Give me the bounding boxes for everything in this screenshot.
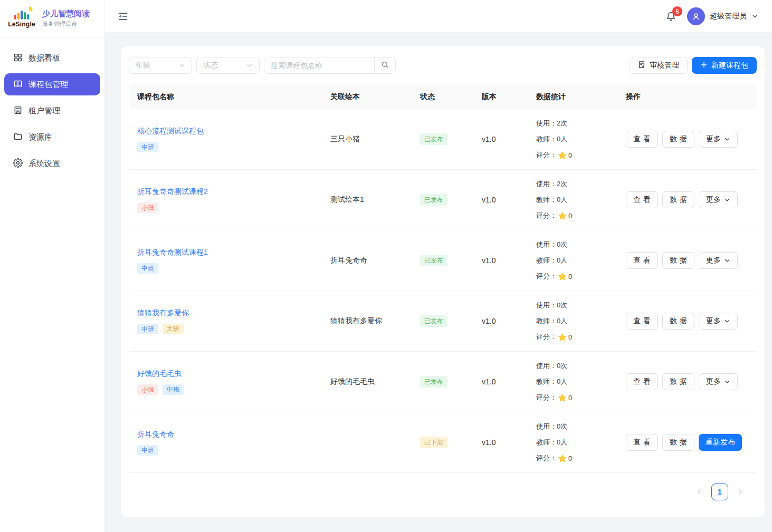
chevron-down-icon xyxy=(724,318,730,324)
rating-value: 0 xyxy=(568,212,572,220)
gear-icon xyxy=(13,158,23,169)
data-button[interactable]: 数据 xyxy=(662,131,694,148)
more-button[interactable]: 更多 xyxy=(699,191,738,208)
package-name-link[interactable]: 核心流程测试课程包 xyxy=(137,127,204,136)
sidebar-item-settings[interactable]: 系统设置 xyxy=(4,152,100,175)
grade-tag: 中班 xyxy=(137,263,158,274)
data-button[interactable]: 数据 xyxy=(662,313,694,330)
status-badge: 已发布 xyxy=(420,255,447,266)
column-header-actions: 操作 xyxy=(617,92,757,102)
star-icon xyxy=(558,211,567,220)
column-header-stats: 数据统计 xyxy=(528,92,617,102)
package-name-link[interactable]: 折耳兔奇奇测试课程1 xyxy=(137,248,208,257)
chevron-down-icon xyxy=(724,136,730,142)
view-button[interactable]: 查看 xyxy=(626,131,658,148)
main-area: 5 超级管理员 年级 xyxy=(105,0,772,532)
search-icon xyxy=(381,61,389,70)
search-box xyxy=(264,57,396,74)
teacher-count: 0人 xyxy=(557,256,567,265)
status-badge: 已发布 xyxy=(420,133,447,145)
more-button[interactable]: 更多 xyxy=(699,373,738,390)
sidebar-item-label: 资源库 xyxy=(28,132,52,142)
logo-leaf-icon xyxy=(28,6,33,12)
version-text: v1.0 xyxy=(482,317,495,325)
teacher-count: 0人 xyxy=(557,377,567,386)
page-number-button[interactable]: 1 xyxy=(711,483,728,500)
data-button[interactable]: 数据 xyxy=(662,434,694,451)
sidebar-item-resources[interactable]: 资源库 xyxy=(4,126,100,148)
status-filter-select[interactable]: 状态 xyxy=(196,57,260,74)
pagination: 1 xyxy=(129,473,757,500)
sidebar-item-dashboard[interactable]: 数据看板 xyxy=(4,47,100,69)
search-button[interactable] xyxy=(374,57,395,73)
column-header-status: 状态 xyxy=(412,92,473,102)
column-header-name: 课程包名称 xyxy=(129,92,322,102)
content-area: 年级 状态 xyxy=(105,33,772,532)
package-name-link[interactable]: 猜猜我有多爱你 xyxy=(137,308,189,318)
view-button[interactable]: 查看 xyxy=(626,191,658,208)
package-name-link[interactable]: 好饿的毛毛虫 xyxy=(137,369,182,379)
package-name-link[interactable]: 折耳兔奇奇测试课程2 xyxy=(137,187,208,197)
more-button[interactable]: 更多 xyxy=(699,313,738,330)
chevron-down-icon xyxy=(724,257,730,264)
star-icon xyxy=(558,333,567,342)
rating-value: 0 xyxy=(568,151,572,159)
table-row: 折耳兔奇奇测试课程1 中班 折耳兔奇奇 已发布 v1.0 使用：0次 教师：0人… xyxy=(129,230,757,291)
status-filter-placeholder: 状态 xyxy=(203,61,218,70)
app-subtitle: 服务管理后台 xyxy=(42,20,90,28)
package-name-link[interactable]: 折耳兔奇奇 xyxy=(137,430,174,439)
republish-button[interactable]: 重新发布 xyxy=(699,434,742,451)
table-row: 好饿的毛毛虫 小班 中班 好饿的毛毛虫 已发布 v1.0 使用：0次 教师：0人 xyxy=(129,352,757,412)
sidebar: LeSingle 少儿智慧阅读 服务管理后台 数据看板 课程包管理 xyxy=(0,0,105,532)
sidebar-item-tenants[interactable]: 租户管理 xyxy=(4,100,100,122)
app-title: 少儿智慧阅读 xyxy=(42,9,90,18)
menu-fold-icon[interactable] xyxy=(118,11,128,22)
table-row: 核心流程测试课程包 中班 三只小猪 已发布 v1.0 使用：2次 教师：0人 评… xyxy=(129,109,757,170)
data-button[interactable]: 数据 xyxy=(662,252,694,269)
rating-value: 0 xyxy=(568,333,572,341)
review-management-button[interactable]: 审核管理 xyxy=(630,57,688,74)
chevron-right-icon xyxy=(737,488,744,497)
grade-filter-select[interactable]: 年级 xyxy=(129,57,192,74)
data-button[interactable]: 数据 xyxy=(662,373,694,390)
course-package-table: 课程包名称 关联绘本 状态 版本 数据统计 操作 核心流程测试课程包 中班 三只 xyxy=(129,84,757,473)
more-button[interactable]: 更多 xyxy=(699,131,738,148)
teacher-count: 0人 xyxy=(557,316,567,326)
audit-icon xyxy=(638,61,646,70)
create-package-button[interactable]: 新建课程包 xyxy=(692,57,757,74)
version-text: v1.0 xyxy=(482,438,495,447)
chevron-down-icon xyxy=(724,197,730,203)
grade-tag: 中班 xyxy=(137,445,158,456)
grade-filter-placeholder: 年级 xyxy=(136,61,150,70)
sidebar-item-course-packages[interactable]: 课程包管理 xyxy=(4,73,100,95)
prev-page-button[interactable] xyxy=(695,488,703,497)
usage-count: 0次 xyxy=(557,361,567,371)
avatar xyxy=(687,7,705,25)
chevron-down-icon xyxy=(246,62,253,69)
more-button[interactable]: 更多 xyxy=(699,252,738,269)
next-page-button[interactable] xyxy=(737,488,744,497)
course-package-card: 年级 状态 xyxy=(121,46,765,517)
user-menu[interactable]: 超级管理员 xyxy=(687,7,758,25)
status-badge: 已发布 xyxy=(420,194,447,206)
view-button[interactable]: 查看 xyxy=(626,434,658,451)
data-button[interactable]: 数据 xyxy=(662,191,694,208)
user-name: 超级管理员 xyxy=(710,12,747,21)
usage-count: 0次 xyxy=(557,422,567,431)
star-icon xyxy=(558,454,567,463)
star-icon xyxy=(558,393,567,402)
linked-book: 三只小猪 xyxy=(330,134,360,143)
grade-tag: 小班 xyxy=(137,202,158,213)
view-button[interactable]: 查看 xyxy=(626,313,658,330)
brand-name: LeSingle xyxy=(8,21,35,28)
sidebar-item-label: 租户管理 xyxy=(28,106,60,116)
usage-count: 2次 xyxy=(557,179,567,189)
teacher-count: 0人 xyxy=(557,134,567,144)
search-input[interactable] xyxy=(264,57,374,73)
usage-count: 0次 xyxy=(557,301,567,310)
view-button[interactable]: 查看 xyxy=(626,252,658,269)
notification-bell-icon[interactable]: 5 xyxy=(665,11,676,22)
usage-count: 0次 xyxy=(557,240,567,249)
sidebar-menu: 数据看板 课程包管理 租户管理 资源库 xyxy=(0,37,104,184)
view-button[interactable]: 查看 xyxy=(626,373,658,390)
